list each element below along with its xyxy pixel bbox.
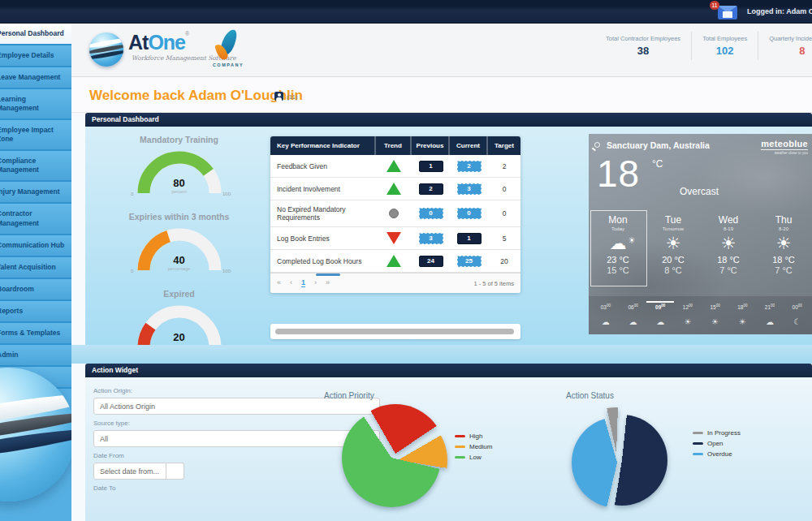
sidebar-item-admin[interactable]: Admin — [0, 345, 71, 367]
current-value-badge: 2 — [457, 161, 482, 172]
personal-dashboard-panel: Personal Dashboard Mandatory Training 80… — [85, 113, 812, 345]
legend-swatch-medium — [455, 446, 465, 448]
sidebar-item-compliance-management[interactable]: Compliance Management — [0, 151, 71, 182]
pager-info: 1 - 5 of 5 items — [473, 280, 514, 287]
sidebar-item-contractor-management[interactable]: Contractor Management — [0, 204, 71, 235]
table-row: Incident Involvement 2 3 0 — [270, 178, 520, 200]
legend-swatch-open — [693, 442, 703, 445]
trend-up-icon — [387, 183, 401, 195]
sidebar-item-injury-management[interactable]: Injury Management — [0, 182, 71, 204]
kpi-table: Key Performance Indicator Trend Previous… — [270, 136, 520, 293]
date-from-input[interactable] — [93, 463, 166, 480]
weather-hour-icon: ☁ — [646, 317, 674, 326]
person-icon — [274, 92, 283, 101]
legend-swatch-low — [455, 456, 465, 459]
current-temperature: 18 — [597, 152, 640, 196]
weather-hour-icon: ☀ — [728, 317, 756, 326]
sidebar-item-forms-templates[interactable]: Forms & Templates — [0, 323, 71, 345]
sidebar-item-boardroom[interactable]: Boardroom — [0, 279, 71, 301]
weather-hour-icon: ☾ — [784, 317, 811, 326]
action-status-pie-chart — [574, 415, 665, 506]
welcome-count: (11) — [287, 93, 298, 101]
hour-12[interactable]: 1200 — [674, 301, 702, 310]
action-widget-panel: Action Widget Action Origin: Source type… — [85, 364, 812, 521]
sidebar-item-talent-acquisition[interactable]: Talent Acquisition — [0, 257, 71, 279]
company-logo: COMPANY — [207, 28, 249, 70]
hour-06[interactable]: 0600 — [620, 301, 647, 310]
sidebar-item-reports[interactable]: Reports — [0, 301, 71, 323]
mail-icon — [718, 6, 737, 19]
hour-18[interactable]: 1800 — [728, 301, 756, 310]
pager-page-number[interactable]: 1 — [301, 278, 305, 287]
temperature-unit: °C — [652, 158, 663, 170]
legend-swatch-high — [455, 435, 465, 437]
table-row: Log Book Entries 3 1 5 — [270, 227, 520, 250]
weather-hour-icon: ☁ — [756, 317, 784, 326]
table-row: Completed Log Book Hours 24 25 20 — [270, 250, 520, 273]
action-widget-header: Action Widget — [85, 364, 812, 377]
personal-dashboard-header: Personal Dashboard — [85, 113, 812, 127]
pager-next-icon[interactable]: › — [314, 278, 317, 287]
weather-day-thu[interactable]: Thu 8-20 ☀ 18 °C 7 °C — [756, 212, 811, 275]
pager-first-icon[interactable]: « — [277, 278, 281, 287]
notification-badge: 11 — [710, 1, 719, 10]
sidebar-item-leave-management[interactable]: Leave Management — [0, 67, 71, 89]
hour-15[interactable]: 1500 — [702, 301, 729, 310]
action-origin-select[interactable] — [93, 398, 380, 415]
pager-prev-icon[interactable]: ‹ — [290, 278, 292, 287]
dashboard-section: Personal Dashboard Mandatory Training 80… — [71, 113, 812, 521]
kpi-pagination: « ‹ 1 › » 1 - 5 of 5 items — [270, 273, 520, 293]
hourly-strip: 0300 0600 0900 1200 1500 1800 2100 0000 … — [589, 296, 812, 334]
header-stats: Total Contractor Employees 38 Total Empl… — [595, 32, 812, 60]
kpi-table-header: Key Performance Indicator Trend Previous… — [270, 136, 520, 155]
search-icon[interactable] — [594, 142, 600, 148]
scrollbar-thumb[interactable] — [275, 329, 514, 334]
previous-value-badge: 3 — [419, 233, 443, 244]
weather-hour-icon: ☀ — [702, 317, 729, 326]
weather-day-tue[interactable]: Tue Tomorrow ☀ 20 °C 8 °C — [646, 212, 701, 275]
weather-day-mon[interactable]: Mon Today ☁ 23 °C 15 °C — [590, 212, 646, 275]
date-picker-button[interactable] — [166, 463, 184, 480]
sun-icon: ☀ — [756, 233, 811, 254]
previous-value-badge: 1 — [419, 161, 443, 172]
gauge-expired: Expired 20 percentage 0 100 — [92, 289, 266, 345]
hour-21[interactable]: 2100 — [756, 301, 784, 310]
section-divider — [71, 345, 812, 364]
welcome-bar: Welcome back Adam O'Loughlin (11) — [71, 78, 812, 113]
previous-value-badge: 0 — [419, 208, 443, 219]
current-value-badge: 0 — [457, 208, 482, 219]
main-content: AtOne® Workforce Management Software COM… — [71, 24, 812, 521]
action-priority-title: Action Priority — [324, 391, 374, 400]
table-row: No Expired Mandatory Requirements 0 0 0 — [270, 200, 520, 227]
current-value-badge: 3 — [457, 183, 482, 195]
trend-flat-icon — [389, 209, 399, 218]
gauge-expiries-3-months: Expiries within 3 months 40 percentage 0… — [92, 212, 266, 284]
gauges-column: Mandatory Training 80 percent 0 100 Expi — [92, 130, 266, 345]
sidebar-item-personal-dashboard[interactable]: Personal Dashboard — [0, 24, 71, 45]
sidebar-item-employee-impact-zone[interactable]: Employee Impact Zone — [0, 120, 71, 151]
legend-swatch-overdue — [693, 453, 703, 455]
pager-last-icon[interactable]: » — [326, 278, 330, 287]
weather-day-wed[interactable]: Wed 8-19 ☀ 18 °C 7 °C — [701, 212, 756, 275]
page-title: Welcome back Adam O'Loughlin — [89, 88, 303, 104]
partly-cloudy-icon: ☁ — [590, 233, 646, 254]
table-row: Feedback Given 1 2 2 — [270, 155, 520, 178]
previous-value-badge: 2 — [419, 183, 443, 195]
hour-00[interactable]: 0000 — [784, 301, 811, 310]
sun-icon: ☀ — [701, 233, 756, 254]
source-type-select[interactable] — [93, 430, 380, 447]
action-priority-pie-chart — [342, 408, 441, 507]
sidebar-item-learning-management[interactable]: Learning Management — [0, 89, 71, 120]
meteoblue-logo: meteoblue weather close to you — [761, 139, 808, 155]
atone-wordmark: AtOne® — [128, 31, 189, 54]
weather-condition: Overcast — [680, 186, 719, 197]
weather-hour-icon: ☁ — [592, 317, 620, 326]
scrollbar-thumb[interactable] — [316, 273, 340, 276]
sidebar-item-communication-hub[interactable]: Communication Hub — [0, 235, 71, 257]
hour-03[interactable]: 0300 — [592, 301, 620, 310]
mail-button[interactable]: 11 — [715, 3, 739, 21]
previous-value-badge: 24 — [419, 256, 443, 267]
hour-09-selected[interactable]: 0900 — [646, 301, 674, 310]
trend-up-icon — [387, 255, 401, 267]
sidebar-item-employee-details[interactable]: Employee Details — [0, 45, 71, 67]
